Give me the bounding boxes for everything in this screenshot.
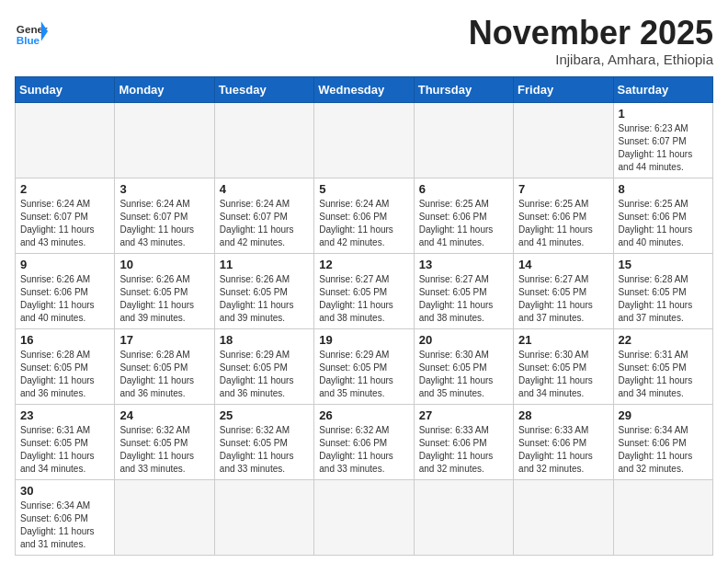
calendar-cell: 10Sunrise: 6:26 AM Sunset: 6:05 PM Dayli…: [115, 253, 214, 328]
day-info: Sunrise: 6:24 AM Sunset: 6:07 PM Dayligh…: [20, 198, 109, 249]
page-header: General Blue November 2025 Injibara, Amh…: [15, 15, 713, 67]
day-info: Sunrise: 6:31 AM Sunset: 6:05 PM Dayligh…: [619, 349, 708, 400]
calendar-cell: 4Sunrise: 6:24 AM Sunset: 6:07 PM Daylig…: [214, 178, 313, 253]
calendar-cell: 18Sunrise: 6:29 AM Sunset: 6:05 PM Dayli…: [214, 328, 313, 404]
weekday-header-monday: Monday: [115, 76, 214, 102]
day-info: Sunrise: 6:26 AM Sunset: 6:05 PM Dayligh…: [220, 273, 309, 325]
calendar-cell: 11Sunrise: 6:26 AM Sunset: 6:05 PM Dayli…: [214, 253, 313, 328]
day-info: Sunrise: 6:30 AM Sunset: 6:05 PM Dayligh…: [419, 349, 508, 400]
day-number: 7: [518, 182, 608, 196]
calendar-cell: 21Sunrise: 6:30 AM Sunset: 6:05 PM Dayli…: [514, 328, 613, 404]
weekday-header-sunday: Sunday: [16, 76, 115, 102]
day-number: 14: [518, 258, 608, 271]
day-info: Sunrise: 6:27 AM Sunset: 6:05 PM Dayligh…: [419, 273, 508, 325]
calendar-cell: [16, 102, 115, 178]
weekday-header-saturday: Saturday: [613, 76, 712, 102]
day-number: 8: [619, 182, 708, 196]
calendar-cell: [214, 102, 313, 178]
day-info: Sunrise: 6:25 AM Sunset: 6:06 PM Dayligh…: [518, 198, 608, 249]
day-number: 11: [220, 258, 309, 271]
day-number: 26: [319, 408, 408, 422]
title-block: November 2025 Injibara, Amhara, Ethiopia: [469, 15, 713, 67]
calendar-cell: [314, 479, 414, 555]
calendar-table: SundayMondayTuesdayWednesdayThursdayFrid…: [15, 76, 713, 556]
calendar-cell: [314, 102, 414, 178]
calendar-cell: 15Sunrise: 6:28 AM Sunset: 6:05 PM Dayli…: [613, 253, 712, 328]
day-number: 5: [319, 182, 408, 196]
logo: General Blue: [15, 15, 48, 48]
day-number: 17: [119, 333, 209, 347]
calendar-cell: 22Sunrise: 6:31 AM Sunset: 6:05 PM Dayli…: [613, 328, 712, 404]
logo-icon: General Blue: [15, 15, 48, 48]
day-info: Sunrise: 6:31 AM Sunset: 6:05 PM Dayligh…: [20, 424, 109, 476]
calendar-cell: [514, 479, 613, 555]
day-info: Sunrise: 6:27 AM Sunset: 6:05 PM Dayligh…: [518, 273, 608, 325]
weekday-header-row: SundayMondayTuesdayWednesdayThursdayFrid…: [16, 76, 713, 102]
day-info: Sunrise: 6:32 AM Sunset: 6:05 PM Dayligh…: [220, 424, 309, 476]
weekday-header-wednesday: Wednesday: [314, 76, 414, 102]
calendar-cell: [214, 479, 313, 555]
day-info: Sunrise: 6:32 AM Sunset: 6:05 PM Dayligh…: [119, 424, 209, 476]
calendar-cell: 16Sunrise: 6:28 AM Sunset: 6:05 PM Dayli…: [16, 328, 115, 404]
weekday-header-friday: Friday: [514, 76, 613, 102]
day-info: Sunrise: 6:32 AM Sunset: 6:06 PM Dayligh…: [319, 424, 408, 476]
day-info: Sunrise: 6:27 AM Sunset: 6:05 PM Dayligh…: [319, 273, 408, 325]
day-info: Sunrise: 6:25 AM Sunset: 6:06 PM Dayligh…: [619, 198, 708, 249]
day-info: Sunrise: 6:24 AM Sunset: 6:07 PM Dayligh…: [220, 198, 309, 249]
day-number: 6: [419, 182, 508, 196]
calendar-cell: 14Sunrise: 6:27 AM Sunset: 6:05 PM Dayli…: [514, 253, 613, 328]
calendar-cell: 6Sunrise: 6:25 AM Sunset: 6:06 PM Daylig…: [414, 178, 513, 253]
day-number: 12: [319, 258, 408, 271]
calendar-cell: 28Sunrise: 6:33 AM Sunset: 6:06 PM Dayli…: [514, 404, 613, 479]
calendar-cell: 24Sunrise: 6:32 AM Sunset: 6:05 PM Dayli…: [115, 404, 214, 479]
week-row-4: 16Sunrise: 6:28 AM Sunset: 6:05 PM Dayli…: [16, 328, 713, 404]
week-row-5: 23Sunrise: 6:31 AM Sunset: 6:05 PM Dayli…: [16, 404, 713, 479]
day-info: Sunrise: 6:34 AM Sunset: 6:06 PM Dayligh…: [619, 424, 708, 476]
calendar-cell: 12Sunrise: 6:27 AM Sunset: 6:05 PM Dayli…: [314, 253, 414, 328]
day-info: Sunrise: 6:29 AM Sunset: 6:05 PM Dayligh…: [220, 349, 309, 400]
calendar-cell: [115, 102, 214, 178]
day-number: 29: [619, 408, 708, 422]
day-number: 10: [119, 258, 209, 271]
calendar-cell: 13Sunrise: 6:27 AM Sunset: 6:05 PM Dayli…: [414, 253, 513, 328]
calendar-cell: 3Sunrise: 6:24 AM Sunset: 6:07 PM Daylig…: [115, 178, 214, 253]
calendar-cell: 19Sunrise: 6:29 AM Sunset: 6:05 PM Dayli…: [314, 328, 414, 404]
week-row-2: 2Sunrise: 6:24 AM Sunset: 6:07 PM Daylig…: [16, 178, 713, 253]
location-subtitle: Injibara, Amhara, Ethiopia: [469, 52, 713, 67]
day-number: 21: [518, 333, 608, 347]
day-info: Sunrise: 6:24 AM Sunset: 6:07 PM Dayligh…: [119, 198, 209, 249]
weekday-header-thursday: Thursday: [414, 76, 513, 102]
day-info: Sunrise: 6:25 AM Sunset: 6:06 PM Dayligh…: [419, 198, 508, 249]
day-info: Sunrise: 6:26 AM Sunset: 6:06 PM Dayligh…: [20, 273, 109, 325]
calendar-cell: 27Sunrise: 6:33 AM Sunset: 6:06 PM Dayli…: [414, 404, 513, 479]
calendar-cell: [414, 102, 513, 178]
weekday-header-tuesday: Tuesday: [214, 76, 313, 102]
day-number: 13: [419, 258, 508, 271]
day-number: 23: [20, 408, 109, 422]
calendar-cell: 17Sunrise: 6:28 AM Sunset: 6:05 PM Dayli…: [115, 328, 214, 404]
calendar-cell: [115, 479, 214, 555]
day-info: Sunrise: 6:23 AM Sunset: 6:07 PM Dayligh…: [619, 122, 708, 174]
month-title: November 2025: [469, 15, 713, 52]
day-number: 25: [220, 408, 309, 422]
day-info: Sunrise: 6:33 AM Sunset: 6:06 PM Dayligh…: [518, 424, 608, 476]
day-number: 2: [20, 182, 109, 196]
calendar-cell: 2Sunrise: 6:24 AM Sunset: 6:07 PM Daylig…: [16, 178, 115, 253]
day-number: 16: [20, 333, 109, 347]
day-number: 30: [20, 484, 109, 498]
day-info: Sunrise: 6:33 AM Sunset: 6:06 PM Dayligh…: [419, 424, 508, 476]
day-number: 19: [319, 333, 408, 347]
day-info: Sunrise: 6:30 AM Sunset: 6:05 PM Dayligh…: [518, 349, 608, 400]
calendar-cell: 29Sunrise: 6:34 AM Sunset: 6:06 PM Dayli…: [613, 404, 712, 479]
day-number: 15: [619, 258, 708, 271]
day-info: Sunrise: 6:34 AM Sunset: 6:06 PM Dayligh…: [20, 500, 109, 551]
calendar-cell: 1Sunrise: 6:23 AM Sunset: 6:07 PM Daylig…: [613, 102, 712, 178]
calendar-cell: 20Sunrise: 6:30 AM Sunset: 6:05 PM Dayli…: [414, 328, 513, 404]
day-number: 22: [619, 333, 708, 347]
day-info: Sunrise: 6:26 AM Sunset: 6:05 PM Dayligh…: [119, 273, 209, 325]
week-row-1: 1Sunrise: 6:23 AM Sunset: 6:07 PM Daylig…: [16, 102, 713, 178]
calendar-cell: 23Sunrise: 6:31 AM Sunset: 6:05 PM Dayli…: [16, 404, 115, 479]
calendar-cell: 8Sunrise: 6:25 AM Sunset: 6:06 PM Daylig…: [613, 178, 712, 253]
day-info: Sunrise: 6:24 AM Sunset: 6:06 PM Dayligh…: [319, 198, 408, 249]
day-number: 4: [220, 182, 309, 196]
